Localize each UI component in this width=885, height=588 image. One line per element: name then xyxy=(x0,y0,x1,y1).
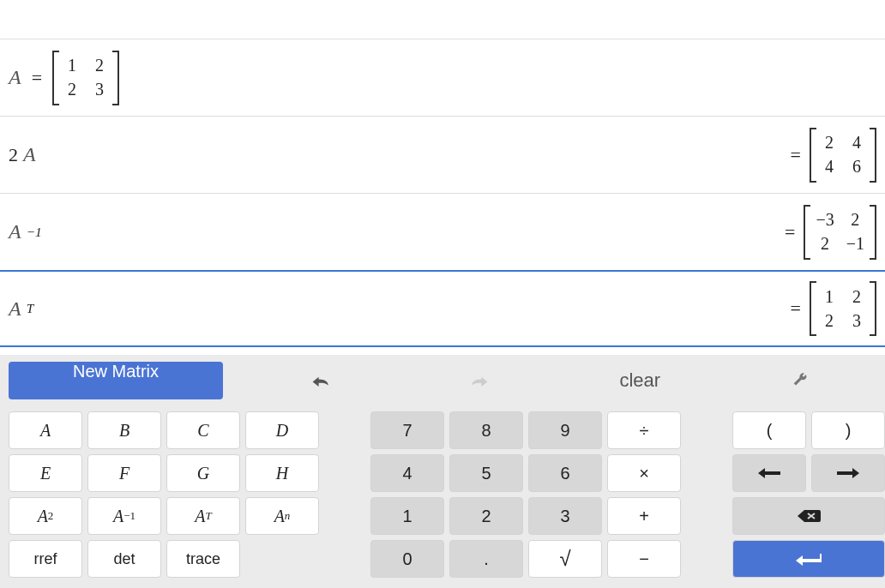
expression-row[interactable]: A = 1 2 2 3 xyxy=(0,39,885,117)
result-matrix: 2 4 4 6 xyxy=(810,128,876,183)
settings-button[interactable] xyxy=(720,362,881,399)
key-H[interactable]: H xyxy=(245,454,319,492)
keyboard-toolbar: New Matrix clear xyxy=(5,362,880,399)
rhs: = 2 4 4 6 xyxy=(786,128,876,183)
variable: A xyxy=(9,220,21,243)
key-paren-open[interactable]: ( xyxy=(732,411,806,449)
key-8[interactable]: 8 xyxy=(449,411,523,449)
variable-keys: A B C D E F G H A2 A−1 AT An rref det tr… xyxy=(9,411,319,578)
lhs: 2A xyxy=(9,143,36,166)
key-multiply[interactable]: × xyxy=(607,454,681,492)
key-decimal[interactable]: . xyxy=(449,540,523,578)
key-1[interactable]: 1 xyxy=(370,497,444,535)
equals-sign: = xyxy=(785,221,795,243)
rhs: = −3 2 2 −1 xyxy=(780,205,876,260)
key-paren-close[interactable]: ) xyxy=(811,411,885,449)
backspace-icon xyxy=(796,508,822,524)
key-enter[interactable] xyxy=(732,540,885,578)
equals-sign: = xyxy=(32,67,42,89)
new-matrix-button[interactable]: New Matrix xyxy=(9,362,223,399)
key-divide[interactable]: ÷ xyxy=(607,411,681,449)
rhs: = 1 2 2 3 xyxy=(786,281,876,336)
undo-button[interactable] xyxy=(240,362,400,399)
key-D[interactable]: D xyxy=(245,411,319,449)
key-rref[interactable]: rref xyxy=(9,540,82,578)
key-9[interactable]: 9 xyxy=(528,411,602,449)
key-B[interactable]: B xyxy=(87,411,161,449)
redo-button[interactable] xyxy=(400,362,561,399)
arrow-right-icon xyxy=(835,467,861,479)
key-G[interactable]: G xyxy=(166,454,240,492)
result-matrix: 1 2 2 3 xyxy=(810,281,876,336)
clear-button[interactable]: clear xyxy=(560,362,720,399)
variable: A xyxy=(23,143,36,166)
enter-icon xyxy=(794,552,823,566)
lhs: AT xyxy=(9,297,33,321)
empty-cell xyxy=(245,540,319,578)
key-2[interactable]: 2 xyxy=(449,497,523,535)
numpad-keys: 7 8 9 ÷ 4 5 6 × 1 2 3 + 0 . √ − xyxy=(370,411,681,578)
key-A[interactable]: A xyxy=(9,411,82,449)
key-A-power-n[interactable]: An xyxy=(245,497,319,535)
superscript: −1 xyxy=(27,225,42,240)
expression-rows: A = 1 2 2 3 2A = 2 xyxy=(0,0,885,347)
key-arrow-right[interactable] xyxy=(811,454,885,492)
key-A-squared[interactable]: A2 xyxy=(9,497,82,535)
key-trace[interactable]: trace xyxy=(166,540,240,578)
lhs: A = 1 2 2 3 xyxy=(9,51,119,105)
key-arrow-left[interactable] xyxy=(732,454,806,492)
key-backspace[interactable] xyxy=(732,497,885,535)
redo-icon xyxy=(468,372,492,389)
coefficient: 2 xyxy=(9,144,18,166)
key-7[interactable]: 7 xyxy=(370,411,444,449)
key-sqrt[interactable]: √ xyxy=(528,540,602,578)
expression-row[interactable]: A−1 = −3 2 2 −1 xyxy=(0,194,885,271)
lhs: A−1 xyxy=(9,220,42,243)
key-3[interactable]: 3 xyxy=(528,497,602,535)
variable: A xyxy=(9,66,21,89)
keyboard-main: A B C D E F G H A2 A−1 AT An rref det tr… xyxy=(5,411,880,578)
key-5[interactable]: 5 xyxy=(449,454,523,492)
arrow-left-icon xyxy=(756,467,782,479)
key-plus[interactable]: + xyxy=(607,497,681,535)
equals-sign: = xyxy=(791,297,801,320)
expression-row[interactable]: 2A = 2 4 4 6 xyxy=(0,117,885,194)
superscript: T xyxy=(27,301,34,316)
variable: A xyxy=(9,297,21,321)
keyboard-panel: New Matrix clear A B C D E F G H A2 A−1 … xyxy=(0,355,885,588)
key-E[interactable]: E xyxy=(9,454,82,492)
key-minus[interactable]: − xyxy=(607,540,681,578)
result-matrix: −3 2 2 −1 xyxy=(804,205,876,260)
key-0[interactable]: 0 xyxy=(370,540,444,578)
equals-sign: = xyxy=(791,144,801,166)
key-A-transpose[interactable]: AT xyxy=(166,497,240,535)
key-6[interactable]: 6 xyxy=(528,454,602,492)
key-C[interactable]: C xyxy=(166,411,240,449)
wrench-icon xyxy=(788,372,812,389)
key-det[interactable]: det xyxy=(87,540,161,578)
matrix: 1 2 2 3 xyxy=(52,51,119,105)
undo-icon xyxy=(308,372,332,389)
expression-row-selected[interactable]: AT = 1 2 2 3 xyxy=(0,270,885,347)
empty-row[interactable] xyxy=(0,0,885,39)
key-A-inverse[interactable]: A−1 xyxy=(87,497,161,535)
control-keys: ( ) xyxy=(732,411,885,578)
key-F[interactable]: F xyxy=(87,454,161,492)
key-4[interactable]: 4 xyxy=(370,454,444,492)
